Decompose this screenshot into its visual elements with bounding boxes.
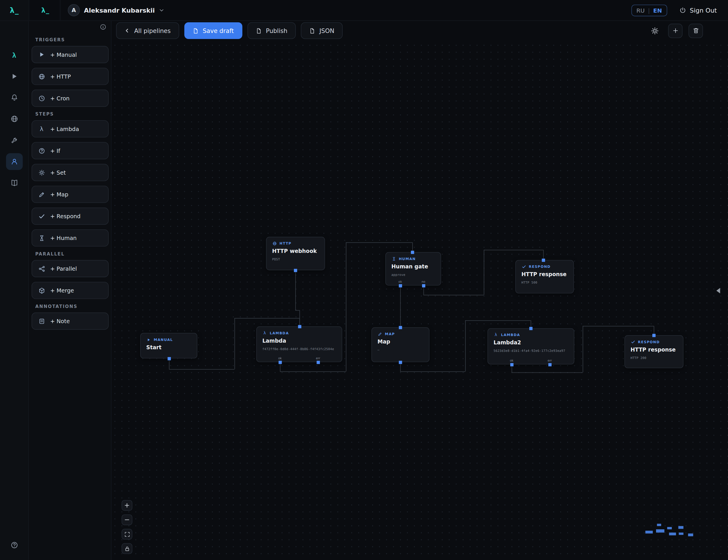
node-map[interactable]: MAP Map — [371,327,429,362]
port-handle[interactable] [652,333,655,337]
language-toggle[interactable]: RU | EN [631,4,667,16]
minimap-node[interactable] [645,531,653,534]
rail-lambda-icon[interactable]: λ [6,46,22,63]
sidebar-item-label: + Note [50,318,70,324]
node-type-label: RESPOND [638,340,660,344]
lang-en[interactable]: EN [653,7,662,13]
rail-globe-icon[interactable] [6,110,22,127]
zoom-in-button[interactable] [122,500,132,511]
file-icon [309,28,315,34]
check-icon [631,340,635,344]
edge-segment [346,242,412,243]
brand-logo-icon[interactable]: λ_ [41,7,50,14]
minimap-node[interactable] [679,532,683,535]
collapse-panel-arrow-icon[interactable] [717,288,720,293]
sidebar-item-map[interactable]: + Map [32,186,109,203]
sidebar-item-note[interactable]: + Note [32,313,109,330]
sidebar-item-label: + HTTP [50,73,71,80]
minimap-node[interactable] [657,524,661,526]
port-label: ok [396,280,405,284]
canvas-grid [112,42,728,560]
minimap-node[interactable] [688,534,693,536]
account-menu[interactable]: A Aleksandr Kubarskii [68,4,165,16]
add-node-button[interactable] [668,24,682,38]
fit-view-button[interactable] [122,529,132,539]
all-pipelines-button[interactable]: All pipelines [116,22,179,39]
parallel-icon [38,265,45,272]
sign-out-button[interactable]: Sign Out [676,6,720,14]
theme-sun-icon[interactable] [648,24,662,38]
node-title: HTTP response [521,271,568,278]
port-handle[interactable] [278,360,282,364]
node-http-response-500[interactable]: RESPOND HTTP response HTTP 500 [515,260,574,294]
edge-segment [400,371,465,372]
globe-icon [38,73,45,80]
port-handle[interactable] [167,357,171,360]
sidebar-item-parallel[interactable]: + Parallel [32,260,109,277]
port-handle[interactable] [411,251,414,254]
sidebar-item-label: + Merge [50,287,74,294]
node-http-response-200[interactable]: RESPOND HTTP response HTTP 200 [624,335,684,368]
rail-user-icon[interactable] [6,153,22,170]
port-handle[interactable] [529,327,532,330]
sidebar-item-manual[interactable]: + Manual [32,46,109,63]
sidebar-item-merge[interactable]: + Merge [32,282,109,299]
sidebar-item-label: + Cron [50,95,70,102]
zoom-out-button[interactable] [122,514,132,525]
check-icon [38,213,45,219]
sidebar-item-human[interactable]: + Human [32,229,109,247]
pipeline-canvas[interactable] [112,20,728,560]
play-icon [38,52,45,58]
sidebar-item-http[interactable]: + HTTP [32,68,109,85]
app-logo[interactable]: λ_ [0,0,29,20]
node-http-webhook[interactable]: HTTP HTTP webhook POST [266,237,325,270]
minimap-node[interactable] [656,529,664,532]
edge-segment [295,310,300,311]
minimap-node[interactable] [669,532,676,535]
rail-bell-icon[interactable] [6,89,22,106]
delete-button[interactable] [688,24,703,38]
node-type-label: LAMBDA [270,331,289,335]
merge-cube-icon [38,287,45,294]
edge-segment [280,371,346,372]
lock-button[interactable] [122,543,132,554]
port-handle[interactable] [548,363,551,366]
info-icon[interactable] [100,24,106,30]
port-handle[interactable] [510,363,513,366]
save-draft-button[interactable]: Save draft [184,22,242,39]
port-handle[interactable] [422,284,425,287]
port-handle[interactable] [317,360,320,364]
edge-segment [484,250,543,250]
json-button[interactable]: JSON [301,22,343,39]
lambda-icon: λ [262,331,267,335]
port-handle[interactable] [294,269,297,272]
minimap-node[interactable] [678,526,684,529]
lang-ru[interactable]: RU [637,7,645,13]
node-human-gate[interactable]: HUMAN Human gate approve [385,252,441,286]
node-title: Start [146,344,191,351]
sidebar-item-if[interactable]: + If [32,142,109,159]
sidebar-item-respond[interactable]: + Respond [32,208,109,225]
node-title: HTTP webhook [272,248,319,255]
topbar-right: RU | EN Sign Out [631,4,728,16]
node-start[interactable]: MANUAL Start [140,333,197,358]
sidebar-item-lambda[interactable]: λ + Lambda [32,120,109,137]
sidebar-item-label: + If [50,147,60,154]
node-lambda2[interactable]: λ LAMBDA Lambda2 5623d3e8-d1b1-4fa4-92e6… [487,328,574,364]
minimap-node[interactable] [667,527,672,529]
publish-label: Publish [266,27,287,34]
port-handle[interactable] [298,325,301,328]
rail-book-icon[interactable] [6,175,22,191]
sidebar-item-set[interactable]: + Set [32,164,109,181]
port-handle[interactable] [542,258,545,262]
publish-button[interactable]: Publish [247,22,296,39]
help-icon[interactable] [6,537,22,553]
rail-wrench-icon[interactable] [6,132,22,149]
port-handle[interactable] [399,360,402,364]
node-lambda[interactable]: λ LAMBDA Lambda f472ff0e-0d0d-444f-8b86-… [256,326,342,362]
sidebar-item-cron[interactable]: + Cron [32,90,109,107]
port-handle[interactable] [399,284,402,287]
fit-view-icon [124,531,130,537]
port-handle[interactable] [399,326,402,329]
rail-play-icon[interactable] [6,68,22,84]
